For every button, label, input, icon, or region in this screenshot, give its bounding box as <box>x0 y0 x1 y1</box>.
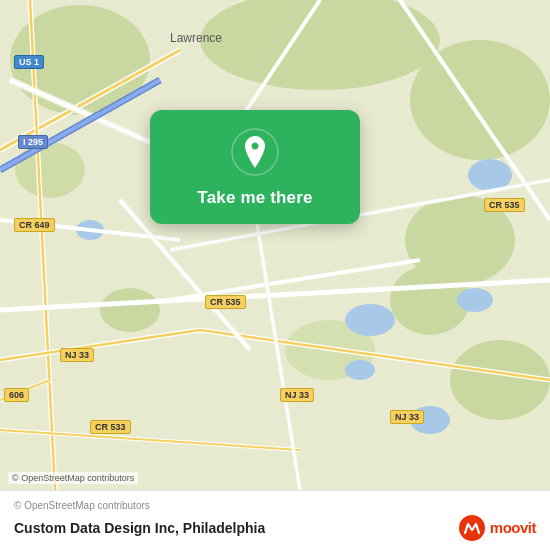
road-label-us1: US 1 <box>14 55 44 69</box>
map-attribution: © OpenStreetMap contributors <box>8 472 138 484</box>
moovit-icon <box>458 514 486 542</box>
road-label-cr649: CR 649 <box>14 218 55 232</box>
road-label-cr535-center: CR 535 <box>205 295 246 309</box>
road-label-nj33-left: NJ 33 <box>60 348 94 362</box>
svg-point-11 <box>457 288 493 312</box>
road-label-606: 606 <box>4 388 29 402</box>
road-label-nj33-right: NJ 33 <box>390 410 424 424</box>
location-pin-icon <box>231 128 279 176</box>
svg-point-12 <box>345 304 395 336</box>
svg-text:Lawrence: Lawrence <box>170 31 222 45</box>
map-background: Lawrence <box>0 0 550 490</box>
svg-point-7 <box>15 142 85 198</box>
take-me-there-button[interactable]: Take me there <box>197 188 312 208</box>
road-label-cr535-right: CR 535 <box>484 198 525 212</box>
road-label-nj33-center: NJ 33 <box>280 388 314 402</box>
moovit-text: moovit <box>490 519 536 536</box>
svg-point-8 <box>100 288 160 332</box>
road-label-i295: I 295 <box>18 135 48 149</box>
attribution-text: © OpenStreetMap contributors <box>14 500 536 511</box>
moovit-logo[interactable]: moovit <box>458 514 536 542</box>
bottom-bar: © OpenStreetMap contributors Custom Data… <box>0 490 550 550</box>
svg-point-3 <box>410 40 550 160</box>
map-container: Lawrence US 1 I 295 CR 649 CR 535 CR 535… <box>0 0 550 490</box>
map-card: Take me there <box>150 110 360 224</box>
location-name: Custom Data Design Inc, Philadelphia <box>14 520 265 536</box>
svg-point-45 <box>459 515 485 541</box>
road-label-cr533: CR 533 <box>90 420 131 434</box>
svg-point-13 <box>345 360 375 380</box>
